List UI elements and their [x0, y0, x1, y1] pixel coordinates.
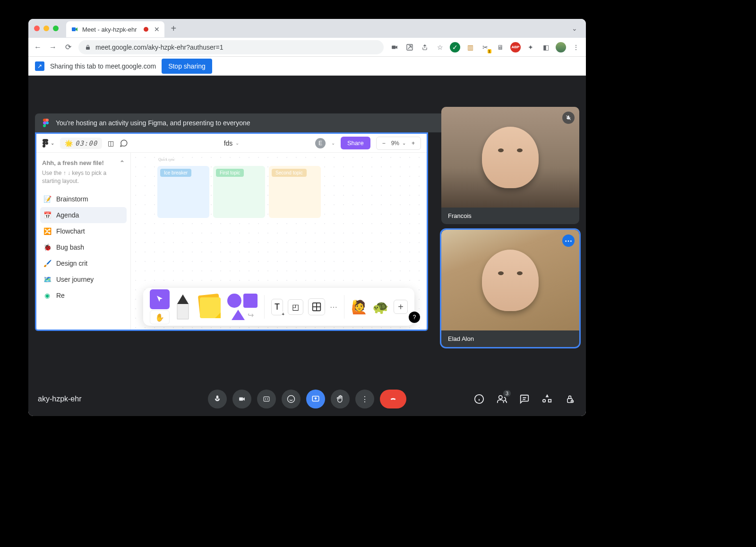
- fresh-file-hint: Use the ↑ ↓ keys to pick a starting layo…: [42, 169, 125, 185]
- fresh-file-title: Ahh, a fresh new file!: [42, 159, 104, 166]
- comments-icon[interactable]: [120, 139, 128, 148]
- raise-hand-button[interactable]: [331, 390, 350, 408]
- zoom-in-button[interactable]: +: [409, 140, 418, 147]
- avatar-chevron-icon[interactable]: ⌄: [331, 140, 335, 146]
- connector-arrow-icon: ↪: [248, 311, 254, 320]
- template-item[interactable]: 🐞Bug bash: [40, 239, 127, 255]
- figma-sidebar: Ahh, a fresh new file! ⌃ Use the ↑ ↓ key…: [36, 153, 131, 330]
- new-tab-button[interactable]: +: [171, 23, 177, 34]
- stamp-tool-1[interactable]: 🙋: [351, 299, 368, 315]
- tile-more-icon[interactable]: ⋯: [562, 234, 575, 247]
- shapes-tool-group[interactable]: ↪: [227, 294, 258, 320]
- ext-abp-icon[interactable]: ABP: [510, 42, 521, 52]
- figma-logo-icon: [42, 119, 50, 127]
- meet-bottom-bar: aky-hzpk-ehr ⋮ 3: [28, 382, 586, 416]
- star-icon[interactable]: ☆: [435, 42, 445, 52]
- template-icon: ◉: [43, 291, 52, 300]
- template-item[interactable]: ◉Re: [40, 287, 127, 304]
- participant-tile[interactable]: Francois: [441, 107, 579, 224]
- pencil-tool[interactable]: [174, 293, 191, 321]
- svg-rect-9: [239, 398, 243, 401]
- mic-muted-icon: [562, 112, 575, 124]
- camera-toggle-button[interactable]: [232, 390, 251, 408]
- profile-avatar-icon[interactable]: [556, 42, 566, 52]
- more-tools-icon[interactable]: ⋯: [330, 303, 337, 312]
- back-button[interactable]: ←: [33, 43, 43, 52]
- figma-canvas[interactable]: Quick sync Ice breakerFirst topicSecond …: [131, 153, 427, 330]
- host-controls-button[interactable]: [563, 392, 576, 406]
- participant-name: Francois: [441, 208, 579, 224]
- sharing-text: Sharing this tab to meet.google.com: [50, 62, 156, 70]
- figma-menu-icon[interactable]: ⌄: [42, 139, 54, 148]
- tab-overflow-chevron-icon[interactable]: ⌄: [572, 25, 577, 32]
- ext-folder-icon[interactable]: ▥: [465, 42, 475, 52]
- collapse-icon[interactable]: ⌃: [120, 159, 125, 166]
- hangup-button[interactable]: [380, 390, 406, 408]
- extensions-puzzle-icon[interactable]: ✦: [525, 42, 536, 52]
- close-window-dot[interactable]: [34, 26, 40, 31]
- ext-monitor-icon[interactable]: 🖥: [495, 42, 506, 52]
- zoom-chevron-icon[interactable]: ⌄: [402, 140, 406, 146]
- more-options-button[interactable]: ⋮: [355, 390, 374, 408]
- card-label: Second topic: [272, 169, 307, 177]
- select-tool[interactable]: [150, 289, 170, 309]
- activity-text: You're hosting an activity using Figma, …: [56, 119, 250, 127]
- figma-share-button[interactable]: Share: [341, 137, 370, 149]
- canvas-card[interactable]: First topic: [213, 166, 265, 218]
- zoom-value[interactable]: 9%: [391, 140, 399, 147]
- mic-toggle-button[interactable]: [208, 390, 227, 408]
- participant-tile[interactable]: ⋯ Elad Alon: [441, 230, 579, 347]
- side-panel-icon[interactable]: ◧: [541, 42, 551, 52]
- url-text: meet.google.com/aky-hzpk-ehr?authuser=1: [95, 43, 223, 51]
- chat-button[interactable]: [518, 392, 531, 406]
- present-button[interactable]: [306, 390, 325, 408]
- panel-layout-icon[interactable]: ◫: [108, 139, 114, 147]
- template-item[interactable]: 📝Brainstorm: [40, 191, 127, 207]
- template-item[interactable]: 🔀Flowchart: [40, 223, 127, 239]
- canvas-card[interactable]: Ice breaker: [157, 166, 209, 218]
- ext-green-icon[interactable]: ✓: [450, 42, 460, 52]
- zoom-out-button[interactable]: −: [379, 140, 388, 147]
- template-item[interactable]: 📅Agenda: [40, 207, 127, 223]
- template-icon: 🖌️: [43, 259, 52, 268]
- hand-tool[interactable]: ✋: [150, 310, 170, 324]
- reactions-button[interactable]: [282, 390, 301, 408]
- omnibox[interactable]: meet.google.com/aky-hzpk-ehr?authuser=1: [78, 40, 384, 54]
- user-avatar[interactable]: E: [315, 138, 326, 148]
- template-item[interactable]: 🗺️User journey: [40, 271, 127, 287]
- ext-scissors-icon[interactable]: ✂1: [480, 42, 490, 52]
- activities-button[interactable]: [541, 392, 554, 406]
- participant-video-placeholder: [482, 250, 539, 311]
- title-chevron-icon[interactable]: ⌄: [235, 140, 239, 146]
- captions-button[interactable]: [257, 390, 276, 408]
- camera-icon[interactable]: [389, 42, 400, 52]
- forward-button[interactable]: →: [48, 43, 58, 52]
- help-button[interactable]: ?: [409, 312, 420, 323]
- timer[interactable]: 🌟 03:00: [60, 138, 102, 149]
- maximize-window-dot[interactable]: [53, 26, 59, 31]
- template-item[interactable]: 🖌️Design crit: [40, 255, 127, 271]
- circle-shape-icon: [227, 294, 241, 308]
- close-tab-icon[interactable]: ✕: [154, 26, 160, 33]
- people-button[interactable]: 3: [495, 392, 508, 406]
- text-tool[interactable]: T+: [271, 299, 283, 315]
- open-external-icon[interactable]: [404, 42, 415, 52]
- template-label: Agenda: [56, 211, 79, 219]
- chrome-menu-icon[interactable]: ⋮: [571, 42, 581, 52]
- figma-file-title[interactable]: fds: [224, 139, 233, 147]
- tab-title: Meet - aky-hzpk-ehr: [82, 26, 137, 33]
- section-tool[interactable]: ◰: [288, 299, 303, 315]
- stop-sharing-button[interactable]: Stop sharing: [162, 59, 212, 74]
- svg-point-16: [499, 396, 502, 399]
- browser-tab[interactable]: Meet - aky-hzpk-ehr ✕: [66, 21, 164, 37]
- stamp-tool-2[interactable]: 🐢: [372, 299, 389, 315]
- share-up-icon[interactable]: [420, 42, 430, 52]
- canvas-card[interactable]: Second topic: [269, 166, 321, 218]
- reload-button[interactable]: ⟳: [63, 43, 73, 52]
- minimize-window-dot[interactable]: [43, 26, 49, 31]
- table-tool[interactable]: [308, 298, 325, 315]
- add-widget-button[interactable]: +: [394, 300, 408, 314]
- sticky-note-tool[interactable]: [196, 294, 223, 320]
- meeting-details-button[interactable]: [472, 392, 486, 406]
- card-label: Ice breaker: [160, 169, 191, 177]
